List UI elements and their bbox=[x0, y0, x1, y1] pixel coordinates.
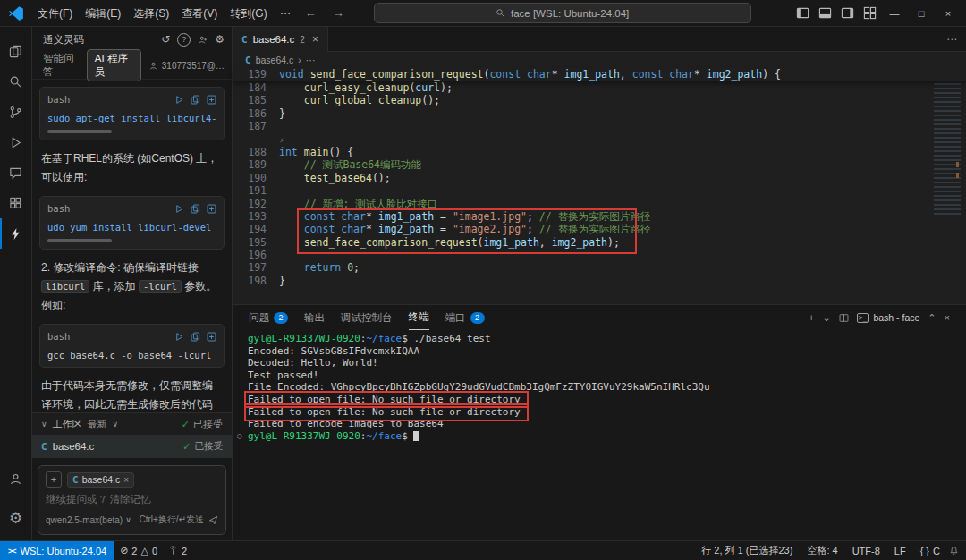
sticky-scroll-line: 139 void send_face_comparison_request(co… bbox=[233, 68, 966, 81]
chevron-down-icon[interactable]: ∨ bbox=[125, 515, 131, 524]
maximize-button[interactable]: □ bbox=[912, 8, 930, 19]
insert-icon[interactable] bbox=[207, 204, 216, 214]
cursor-position[interactable]: 行 2, 列 1 (已选择23) bbox=[696, 544, 798, 557]
menu-edit[interactable]: 编辑(E) bbox=[79, 4, 127, 23]
tab-smart-qa[interactable]: 智能问答 bbox=[43, 52, 80, 79]
sidebar-item-source-control[interactable] bbox=[0, 97, 32, 127]
tab-ai-programmer[interactable]: AI 程序员 bbox=[87, 49, 141, 81]
tab-problems[interactable]: 问题 2 bbox=[249, 306, 288, 330]
indentation-indicator[interactable]: 空格: 4 bbox=[801, 544, 843, 557]
editor-more-actions-icon[interactable]: ⋯ bbox=[946, 33, 957, 46]
context-chip[interactable]: C base64.c × bbox=[67, 472, 134, 488]
customize-layout-icon[interactable] bbox=[863, 6, 877, 20]
tab-base64c[interactable]: C base64.c 2 × bbox=[233, 27, 328, 52]
tab-output[interactable]: 输出 bbox=[304, 306, 325, 330]
account-button[interactable] bbox=[0, 463, 32, 494]
menu-view[interactable]: 查看(V) bbox=[175, 4, 224, 23]
close-window-button[interactable]: × bbox=[939, 8, 957, 19]
eol-indicator[interactable]: LF bbox=[889, 546, 911, 556]
activity-bar: ⚙ bbox=[0, 27, 32, 540]
menu-goto[interactable]: 转到(G) bbox=[224, 4, 273, 23]
model-selector[interactable]: qwen2.5-max(beta) bbox=[46, 515, 123, 525]
tab-problem-badge: 2 bbox=[300, 35, 305, 45]
chat-input-box[interactable]: + C base64.c × 继续提问或 '/' 清除记忆 qwen2.5-ma… bbox=[38, 465, 226, 535]
problems-indicator[interactable]: ⊘ 2 △ 0 bbox=[114, 545, 163, 556]
search-box-text: face [WSL: Ubuntu-24.04] bbox=[511, 8, 629, 19]
insert-icon[interactable] bbox=[207, 95, 216, 105]
horizontal-scrollbar[interactable] bbox=[47, 130, 112, 133]
menu-file[interactable]: 文件(F) bbox=[31, 4, 79, 23]
settings-button[interactable]: ⚙ bbox=[0, 503, 32, 533]
remove-chip-icon[interactable]: × bbox=[123, 475, 129, 485]
copy-icon[interactable] bbox=[191, 95, 200, 105]
language-mode[interactable]: { } C bbox=[915, 546, 945, 556]
menu-selection[interactable]: 选择(S) bbox=[127, 4, 175, 23]
code-block-yum: bash udo yum install libcurl-devel bbox=[39, 196, 225, 250]
encoding-indicator[interactable]: UTF-8 bbox=[847, 546, 886, 556]
sidebar-item-tongyi-lingma[interactable] bbox=[0, 218, 32, 249]
sidebar-item-explorer[interactable] bbox=[0, 36, 32, 66]
terminal-list-item[interactable]: >_ bash - face bbox=[857, 312, 920, 323]
run-icon[interactable] bbox=[174, 204, 184, 214]
breadcrumb[interactable]: C base64.c › ⋯ bbox=[233, 52, 966, 68]
c-file-icon: C bbox=[72, 474, 79, 486]
run-icon[interactable] bbox=[174, 95, 184, 105]
minimap[interactable] bbox=[934, 83, 961, 217]
close-tab-icon[interactable]: × bbox=[312, 33, 318, 46]
editor-group: C base64.c 2 × ⋯ C base64.c › ⋯ 139 void… bbox=[233, 27, 966, 540]
workspace-filter[interactable]: 最新 bbox=[88, 418, 107, 431]
remote-indicator[interactable]: >< WSL: Ubuntu-24.04 bbox=[0, 541, 114, 560]
nav-back-icon[interactable]: ← bbox=[301, 6, 321, 20]
maximize-panel-icon[interactable]: ⌃ bbox=[928, 312, 936, 324]
code-block-gcc: bash gcc base64.c -o base64 -lcurl bbox=[39, 324, 225, 368]
error-icon: ⊘ bbox=[120, 545, 128, 556]
code-block-lang: bash bbox=[47, 94, 70, 105]
run-icon[interactable] bbox=[174, 332, 184, 342]
code-block-lang: bash bbox=[47, 331, 70, 342]
send-icon[interactable] bbox=[208, 515, 218, 525]
toggle-panel-icon[interactable] bbox=[818, 6, 832, 20]
sidebar-item-extensions[interactable] bbox=[0, 188, 32, 218]
command-search-box[interactable]: face [WSL: Ubuntu-24.04] bbox=[374, 3, 751, 23]
ports-indicator[interactable]: 2 bbox=[163, 546, 192, 556]
chat-placeholder[interactable]: 继续提问或 '/' 清除记忆 bbox=[46, 493, 218, 506]
workspace-file-row[interactable]: C base64.c ✓ 已接受 bbox=[32, 435, 232, 458]
horizontal-scrollbar[interactable] bbox=[47, 239, 112, 242]
insert-icon[interactable] bbox=[207, 332, 216, 342]
copy-icon[interactable] bbox=[191, 332, 200, 342]
accept-all-status[interactable]: ✓ 已接受 bbox=[182, 418, 223, 431]
minimize-button[interactable]: — bbox=[886, 8, 903, 19]
tab-debug-console[interactable]: 调试控制台 bbox=[341, 306, 393, 330]
notifications-bell-icon[interactable] bbox=[949, 546, 959, 556]
terminal-dropdown-icon[interactable]: ⌄ bbox=[823, 312, 831, 324]
problems-badge: 2 bbox=[274, 312, 288, 324]
tab-ports[interactable]: 端口 2 bbox=[445, 306, 485, 330]
copy-icon[interactable] bbox=[191, 204, 200, 214]
terminal-view[interactable]: gyl@L-R91337WJ-0920:~/face$ ./base64_tes… bbox=[248, 333, 945, 442]
explorer-icon bbox=[9, 45, 22, 58]
tab-terminal[interactable]: 终端 bbox=[409, 306, 429, 330]
breadcrumb-separator: › bbox=[298, 55, 301, 65]
history-icon[interactable]: ↺ bbox=[161, 33, 170, 46]
invite-user-icon[interactable] bbox=[198, 35, 208, 45]
add-context-button[interactable]: + bbox=[46, 471, 62, 488]
minimap-marker bbox=[956, 162, 959, 167]
code-editor[interactable]: 184 curl_easy_cleanup(curl);185 curl_glo… bbox=[233, 81, 966, 304]
new-terminal-icon[interactable]: + bbox=[809, 312, 814, 323]
menu-more[interactable]: ⋯ bbox=[274, 4, 297, 23]
workspace-title: 工作区 bbox=[53, 418, 82, 431]
sidebar-item-search[interactable] bbox=[0, 66, 32, 97]
help-icon[interactable]: ? bbox=[177, 33, 191, 47]
close-panel-icon[interactable]: × bbox=[945, 312, 950, 323]
code-block-apt: bash sudo apt-get install libcurl4-o bbox=[39, 87, 225, 140]
account-id[interactable]: 310773517@… bbox=[148, 61, 225, 71]
chevron-down-icon[interactable]: ∨ bbox=[41, 420, 47, 428]
gear-icon[interactable]: ⚙ bbox=[215, 33, 225, 46]
toggle-sidebar-icon[interactable] bbox=[796, 6, 809, 20]
chevron-down-icon[interactable]: ∨ bbox=[113, 420, 119, 428]
nav-forward-icon[interactable]: → bbox=[328, 6, 349, 20]
split-terminal-icon[interactable] bbox=[839, 313, 849, 323]
sidebar-item-run-debug[interactable] bbox=[0, 127, 32, 157]
sidebar-item-chat[interactable] bbox=[0, 157, 32, 188]
toggle-secondary-sidebar-icon[interactable] bbox=[841, 6, 854, 20]
